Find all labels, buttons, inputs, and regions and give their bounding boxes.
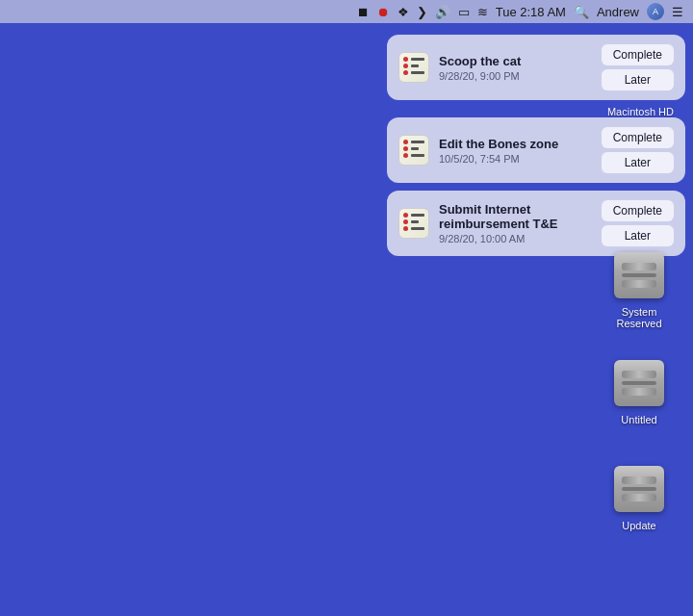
update-label: Update [622, 520, 655, 531]
reminders-app-icon [398, 52, 429, 83]
system-reserved-label: System Reserved [601, 306, 678, 329]
notification-text-2: Edit the Bones zone 10/5/20, 7:54 PM [439, 137, 592, 165]
menubar-time: Tue 2:18 AM [496, 5, 566, 19]
notifications-panel: Scoop the cat 9/28/20, 9:00 PM Complete … [387, 35, 685, 256]
stop-icon[interactable]: ⏹ [357, 5, 370, 19]
menubar-username: Andrew [597, 5, 639, 19]
later-button-3[interactable]: Later [602, 225, 674, 246]
notification-card-1: Scoop the cat 9/28/20, 9:00 PM Complete … [387, 35, 685, 100]
hdd-icon-update [612, 462, 666, 516]
notification-title-2: Edit the Bones zone [439, 137, 592, 151]
desktop-icon-system-reserved[interactable]: System Reserved [601, 248, 678, 329]
notification-card-2: Edit the Bones zone 10/5/20, 7:54 PM Com… [387, 117, 685, 183]
hdd-icon-untitled [612, 356, 666, 410]
desktop-icon-untitled[interactable]: Untitled [601, 356, 678, 425]
notification-actions-3: Complete Later [602, 200, 674, 246]
wifi-icon[interactable]: ≋ [477, 5, 488, 19]
reminders-app-icon-3 [398, 208, 429, 239]
notification-title-1: Scoop the cat [439, 54, 592, 68]
notification-date-2: 10/5/20, 7:54 PM [439, 153, 592, 165]
notification-title-3: Submit Internet reimbursement T&E [439, 202, 592, 231]
dropbox-icon[interactable]: ❖ [398, 5, 409, 19]
notification-date-1: 9/28/20, 9:00 PM [439, 70, 592, 82]
notification-date-3: 9/28/20, 10:00 AM [439, 233, 592, 244]
complete-button-2[interactable]: Complete [602, 127, 674, 148]
avatar[interactable]: A [647, 3, 664, 20]
chevron-icon[interactable]: ❯ [417, 5, 427, 19]
airplay-icon[interactable]: ▭ [458, 5, 470, 19]
notification-text-1: Scoop the cat 9/28/20, 9:00 PM [439, 54, 592, 82]
complete-button-3[interactable]: Complete [602, 200, 674, 221]
menu-icon[interactable]: ☰ [672, 5, 683, 19]
later-button-1[interactable]: Later [602, 69, 674, 90]
hdd-icon-system-reserved [612, 248, 666, 302]
complete-button-1[interactable]: Complete [602, 44, 674, 65]
macintosh-hd-label: Macintosh HD [607, 106, 674, 117]
notification-card-3: Submit Internet reimbursement T&E 9/28/2… [387, 191, 685, 256]
reminders-app-icon-2 [398, 135, 429, 166]
notification-actions-1: Complete Later [602, 44, 674, 90]
later-button-2[interactable]: Later [602, 152, 674, 173]
record-icon[interactable]: ⏺ [377, 5, 390, 19]
notification-actions-2: Complete Later [602, 127, 674, 173]
volume-icon[interactable]: 🔊 [435, 5, 450, 19]
search-icon[interactable]: 🔍 [574, 5, 589, 19]
desktop-icon-update[interactable]: Update [601, 462, 678, 531]
untitled-label: Untitled [621, 414, 656, 425]
notification-text-3: Submit Internet reimbursement T&E 9/28/2… [439, 202, 592, 244]
menubar-right: ⏹ ⏺ ❖ ❯ 🔊 ▭ ≋ Tue 2:18 AM 🔍 Andrew A ☰ [357, 3, 683, 20]
menubar: ⏹ ⏺ ❖ ❯ 🔊 ▭ ≋ Tue 2:18 AM 🔍 Andrew A ☰ [0, 0, 693, 23]
